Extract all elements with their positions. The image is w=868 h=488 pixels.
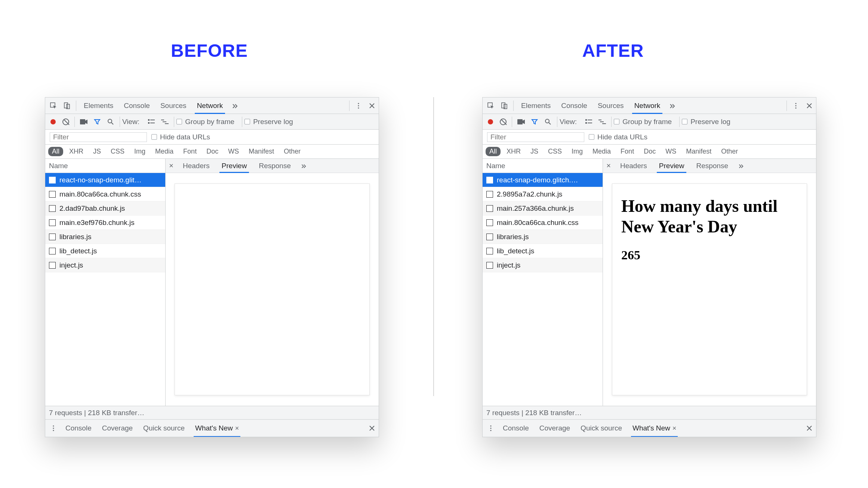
type-manifest[interactable]: Manifest [245,147,278,156]
more-tabs-icon[interactable] [667,101,677,111]
filter-input[interactable] [50,132,147,142]
type-all[interactable]: All [48,147,63,156]
request-row[interactable]: main.80ca66ca.chunk.css [45,187,165,201]
close-drawer-icon[interactable] [367,423,377,433]
waterfall-icon[interactable] [160,117,170,127]
camera-icon[interactable] [79,117,89,127]
waterfall-icon[interactable] [597,117,607,127]
detail-tab-headers[interactable]: Headers [177,159,216,173]
type-doc[interactable]: Doc [640,147,659,156]
request-row[interactable]: inject.js [45,258,165,272]
detail-tab-preview[interactable]: Preview [216,159,253,173]
drawer-tab-quick-source[interactable]: Quick source [575,420,627,437]
detail-tab-response[interactable]: Response [690,159,734,173]
search-icon[interactable] [105,117,116,127]
request-list-header[interactable]: Name [483,159,603,173]
request-row[interactable]: main.e3ef976b.chunk.js [45,216,165,230]
drawer-tab-console[interactable]: Console [60,420,97,437]
hide-data-urls-checkbox[interactable] [151,134,157,140]
type-manifest[interactable]: Manifest [682,147,715,156]
tab-elements[interactable]: Elements [79,98,118,114]
type-img[interactable]: Img [130,147,149,156]
more-tabs-icon[interactable] [230,101,240,111]
filter-input[interactable] [487,132,584,142]
close-devtools-icon[interactable] [804,101,815,111]
request-row[interactable]: inject.js [483,258,603,272]
tab-console[interactable]: Console [556,98,592,114]
kebab-menu-icon[interactable] [353,101,364,111]
request-row[interactable]: 2.9895a7a2.chunk.js [483,187,603,201]
inspect-element-icon[interactable] [486,101,496,111]
type-other[interactable]: Other [717,147,742,156]
type-xhr[interactable]: XHR [503,147,524,156]
detail-tab-preview[interactable]: Preview [653,159,690,173]
tab-network[interactable]: Network [629,98,666,114]
drawer-tab-whats-new[interactable]: What's New × [627,420,681,437]
close-devtools-icon[interactable] [367,101,377,111]
filter-icon[interactable] [529,117,540,127]
drawer-menu-icon[interactable] [486,423,496,433]
request-row[interactable]: lib_detect.js [45,244,165,258]
drawer-tab-coverage[interactable]: Coverage [97,420,138,437]
request-row[interactable]: libraries.js [483,230,603,244]
type-doc[interactable]: Doc [203,147,222,156]
type-ws[interactable]: WS [662,147,680,156]
request-row[interactable]: main.80ca66ca.chunk.css [483,216,603,230]
type-xhr[interactable]: XHR [65,147,87,156]
clear-button[interactable] [500,118,507,125]
group-by-frame-checkbox[interactable] [614,119,619,124]
type-css[interactable]: CSS [544,147,566,156]
more-detail-tabs-icon[interactable] [298,161,309,171]
type-other[interactable]: Other [280,147,304,156]
type-js[interactable]: JS [89,147,105,156]
close-tab-icon[interactable]: × [672,424,677,432]
clear-button[interactable] [62,118,69,125]
tab-sources[interactable]: Sources [592,98,629,114]
request-list-header[interactable]: Name [45,159,165,173]
request-row[interactable]: libraries.js [45,230,165,244]
hide-data-urls-checkbox[interactable] [589,134,594,140]
tab-elements[interactable]: Elements [516,98,556,114]
type-css[interactable]: CSS [107,147,128,156]
type-js[interactable]: JS [527,147,542,156]
close-drawer-icon[interactable] [804,423,815,433]
tab-sources[interactable]: Sources [155,98,192,114]
drawer-tab-coverage[interactable]: Coverage [534,420,575,437]
more-detail-tabs-icon[interactable] [736,161,746,171]
preserve-log-checkbox[interactable] [244,119,250,124]
request-row[interactable]: react-snap-demo.glitch.… [483,173,603,187]
tab-network[interactable]: Network [192,98,228,114]
detail-tab-headers[interactable]: Headers [614,159,653,173]
drawer-menu-icon[interactable] [48,423,59,433]
type-media[interactable]: Media [589,147,615,156]
record-button[interactable] [488,119,493,124]
detail-tab-response[interactable]: Response [253,159,297,173]
large-rows-icon[interactable] [146,117,157,127]
large-rows-icon[interactable] [584,117,594,127]
close-detail-icon[interactable]: × [603,161,614,170]
group-by-frame-checkbox[interactable] [176,119,182,124]
request-row[interactable]: 2.dad97bab.chunk.js [45,201,165,216]
request-row[interactable]: lib_detect.js [483,244,603,258]
request-row[interactable]: main.257a366a.chunk.js [483,201,603,216]
type-img[interactable]: Img [568,147,587,156]
type-font[interactable]: Font [617,147,638,156]
close-tab-icon[interactable]: × [235,424,239,432]
type-font[interactable]: Font [179,147,200,156]
drawer-tab-whats-new[interactable]: What's New × [190,420,244,437]
type-ws[interactable]: WS [224,147,243,156]
type-media[interactable]: Media [151,147,177,156]
inspect-element-icon[interactable] [48,101,59,111]
device-toggle-icon[interactable] [62,101,72,111]
kebab-menu-icon[interactable] [791,101,801,111]
camera-icon[interactable] [516,117,526,127]
tab-console[interactable]: Console [118,98,155,114]
device-toggle-icon[interactable] [499,101,510,111]
drawer-tab-console[interactable]: Console [498,420,534,437]
record-button[interactable] [50,119,56,124]
drawer-tab-quick-source[interactable]: Quick source [138,420,190,437]
filter-icon[interactable] [92,117,102,127]
close-detail-icon[interactable]: × [166,161,177,170]
search-icon[interactable] [543,117,553,127]
request-row[interactable]: react-no-snap-demo.glit… [45,173,165,187]
